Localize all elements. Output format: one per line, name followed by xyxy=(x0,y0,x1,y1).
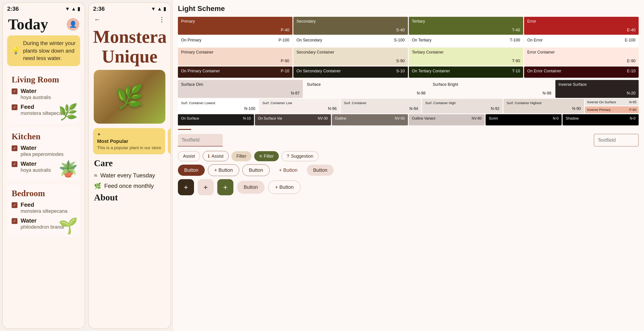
wifi-icon: ▲ xyxy=(71,6,76,12)
on-container-swatches-row: On Primary Container P-10 On Secondary C… xyxy=(178,67,639,78)
task-checkbox[interactable]: ✓ xyxy=(12,104,18,110)
task-plant: pilea peperomiodes xyxy=(20,151,64,157)
chip-assist[interactable]: Assist xyxy=(178,151,200,161)
info-icon: ℹ xyxy=(208,153,210,159)
care-item-water: ≈ Water every Tuesday xyxy=(88,171,170,182)
swatch-label: On Primary xyxy=(181,38,202,43)
filter-icon: ≡ xyxy=(259,154,262,159)
task-text: Water pilea peperomiodes xyxy=(20,144,64,157)
tip-icon: 💡 xyxy=(12,46,20,55)
status-time-1: 2:36 xyxy=(7,5,19,12)
swatch-code: S-100 xyxy=(394,38,404,43)
task-item: ✓ Water hoya australis xyxy=(12,88,76,100)
swatch-code: T-40 xyxy=(512,28,520,33)
textfield-outlined[interactable] xyxy=(594,134,639,146)
swatch-code: P-80 xyxy=(629,108,636,112)
task-checkbox[interactable]: ✓ xyxy=(12,145,18,151)
fabs-row: + + + Button + Button xyxy=(178,179,639,195)
swatch-surf-container: Surf. Container N-94 xyxy=(341,99,421,113)
button-text-plus[interactable]: + Button xyxy=(273,165,304,176)
swatch-label: Inverse Surface xyxy=(558,82,636,87)
swatch-inverse-on-surface: Inverse On Surface N-95 xyxy=(585,99,639,106)
fab-btn-outlined-plus[interactable]: + Button xyxy=(268,180,301,194)
swatch-code: N-98 xyxy=(543,91,551,96)
battery-icon: ▮ xyxy=(163,6,166,12)
popular-icon: ✦ xyxy=(97,132,161,137)
swatch-code: T-100 xyxy=(510,38,520,43)
task-action: Water xyxy=(20,144,64,151)
fab-btn-filled[interactable]: Button xyxy=(237,181,265,194)
swatch-label: On Secondary Container xyxy=(296,69,341,74)
more-menu-button[interactable]: ⋮ xyxy=(158,16,165,23)
swatch-primary: Primary P-40 xyxy=(178,17,292,35)
swatch-code: NV-50 xyxy=(395,116,404,121)
task-checkbox[interactable]: ✓ xyxy=(12,89,18,94)
right-panel: Light Scheme Primary P-40 Secondary S-40… xyxy=(172,0,644,331)
info-card-care: 🌿 Easy Care This is a popular plant in o… xyxy=(168,128,170,154)
plus-icon: + xyxy=(275,184,278,190)
swatch-label: Surf. Container Low xyxy=(262,101,337,105)
fab-dark[interactable]: + xyxy=(178,179,194,195)
swatch-code: NV-30 xyxy=(318,116,328,121)
swatch-surface-bright: Surface Bright N-98 xyxy=(430,80,554,98)
button-tonal[interactable]: Button xyxy=(307,165,334,176)
phone2-header: ← ⋮ xyxy=(88,13,170,25)
swatch-label: On Secondary xyxy=(296,38,322,43)
swatch-label: Primary Container xyxy=(181,50,289,55)
swatch-surf-container-lowest: Surf. Container Lowest N-100 xyxy=(178,99,258,113)
room-plant-decoration: 🌿 xyxy=(58,103,78,121)
chip-filter-dark[interactable]: ≡ Filter xyxy=(254,151,279,161)
chip-filter[interactable]: Filter xyxy=(231,151,252,161)
care-feed-text: Feed once monthly xyxy=(104,183,154,189)
chip-assist-icon[interactable]: ℹ Assist xyxy=(203,151,228,161)
task-checkbox[interactable]: ✓ xyxy=(12,218,18,224)
swatch-label: On Tertiary Container xyxy=(412,69,450,74)
swatch-label: Surf. Container xyxy=(344,101,418,105)
room-title: Bedroom xyxy=(12,188,76,198)
swatch-code: S-90 xyxy=(396,59,404,63)
swatch-label: On Error xyxy=(527,38,543,43)
swatch-on-tertiary-container: On Tertiary Container T-10 xyxy=(409,67,524,78)
textfield-filled[interactable] xyxy=(178,134,223,146)
back-button[interactable]: ← xyxy=(94,16,101,23)
chips-row: Assist ℹ Assist Filter ≡ Filter ? Sugges… xyxy=(178,151,639,161)
swatch-label: Secondary xyxy=(296,19,405,24)
swatch-shadow: Shadow N-0 xyxy=(562,114,639,125)
swatch-code: T-10 xyxy=(512,69,520,74)
wifi-icon: ▲ xyxy=(157,6,162,12)
swatch-label: Surf. Container High xyxy=(425,101,500,105)
button-outlined[interactable]: Button xyxy=(242,164,270,176)
swatch-secondary: Secondary S-40 xyxy=(293,17,408,35)
swatch-code: N-95 xyxy=(629,100,636,104)
status-bar-2: 2:36 ▼ ▲ ▮ xyxy=(88,3,170,13)
avatar-button[interactable]: 👤 xyxy=(67,18,79,31)
swatch-on-secondary: On Secondary S-100 xyxy=(293,36,408,47)
signal-icon: ▼ xyxy=(151,6,156,12)
button-filled[interactable]: Button xyxy=(178,165,205,176)
fab-light[interactable]: + xyxy=(198,179,214,195)
swatch-code: N-10 xyxy=(243,116,251,121)
task-checkbox[interactable]: ✓ xyxy=(12,202,18,208)
swatch-label: Error Container xyxy=(527,50,636,55)
task-item: ✓ Water pilea peperomiodes xyxy=(12,144,76,157)
room-section-bedroom: Bedroom ✓ Feed monstera siltepecana ✓ Wa… xyxy=(7,184,80,237)
care-item-feed: 🌿 Feed once monthly xyxy=(88,182,170,192)
room-plant-decoration: 🌱 xyxy=(58,217,78,235)
swatch-outline: Outline NV-50 xyxy=(332,114,408,125)
swatch-label: On Surface xyxy=(181,116,199,121)
signal-icon: ▼ xyxy=(65,6,70,12)
care-water-text: Water every Tuesday xyxy=(100,172,155,179)
swatch-surf-container-high: Surf. Container High N-92 xyxy=(422,99,502,113)
chip-suggestion[interactable]: ? Suggestion xyxy=(282,151,318,161)
button-outlined-plus[interactable]: + Button xyxy=(208,164,240,176)
task-action: Water xyxy=(20,160,51,167)
task-plant: hoya australis xyxy=(20,95,51,100)
room-section-kitchen: Kitchen ✓ Water pilea peperomiodes ✓ Wat… xyxy=(7,127,80,180)
swatch-tertiary: Tertiary T-40 xyxy=(409,17,524,35)
swatch-code: N-100 xyxy=(244,106,255,111)
task-plant: hoya australis xyxy=(20,167,51,173)
swatch-surface-dim: Surface Dim N-87 xyxy=(178,80,303,98)
fab-olive[interactable]: + xyxy=(217,179,234,195)
task-action: Water xyxy=(20,88,51,95)
task-checkbox[interactable]: ✓ xyxy=(12,161,18,167)
